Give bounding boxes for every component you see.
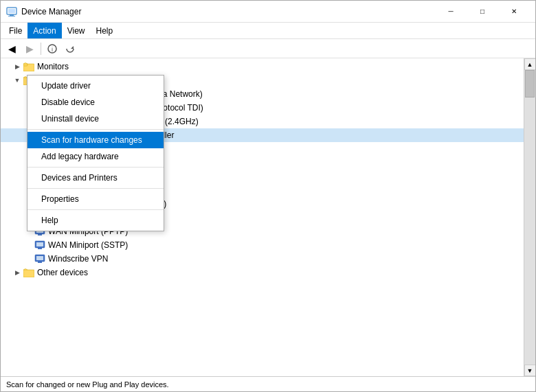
svg-rect-47 xyxy=(36,256,43,260)
scroll-thumb[interactable] xyxy=(525,70,535,97)
tree-item-other-devices[interactable]: ▶ Other devices xyxy=(1,266,524,279)
svg-marker-6 xyxy=(71,46,74,49)
svg-rect-3 xyxy=(8,16,15,16)
tree-label-windscribe-vpn: Windscribe VPN xyxy=(48,254,108,264)
svg-rect-45 xyxy=(38,248,42,249)
nic-icon-wan-sstp xyxy=(34,239,46,251)
svg-rect-42 xyxy=(38,234,42,235)
expander-monitors[interactable]: ▶ xyxy=(12,63,23,70)
main-area: ▶ Monitors ▼ xyxy=(1,58,535,376)
title-bar-icon xyxy=(6,6,17,17)
vertical-scrollbar[interactable]: ▲ ▼ xyxy=(524,58,535,376)
menu-item-uninstall-device[interactable]: Uninstall device xyxy=(27,111,164,127)
menu-action[interactable]: Action xyxy=(27,23,61,38)
tree-item-wan-sstp[interactable]: WAN Miniport (SSTP) xyxy=(1,238,524,252)
menu-item-help[interactable]: Help xyxy=(27,212,164,229)
minimize-button[interactable]: ─ xyxy=(435,1,467,23)
tree-label-other-devices: Other devices xyxy=(37,268,88,277)
toolbar-back-button[interactable]: ◀ xyxy=(3,41,20,57)
svg-text:i: i xyxy=(52,46,53,53)
tree-label-wan-sstp: WAN Miniport (SSTP) xyxy=(48,240,128,250)
svg-rect-2 xyxy=(10,14,14,16)
toolbar-update-button[interactable] xyxy=(62,41,78,57)
action-dropdown-menu: Update driver Disable device Uninstall d… xyxy=(27,75,164,231)
menu-item-devices-printers[interactable]: Devices and Printers xyxy=(27,170,164,186)
menu-item-scan-hardware[interactable]: Scan for hardware changes xyxy=(27,132,164,148)
toolbar-separator-1 xyxy=(41,43,41,55)
menu-separator-2 xyxy=(27,167,164,168)
folder-icon-other-devices xyxy=(23,266,35,279)
title-bar-buttons: ─ □ ✕ xyxy=(435,1,530,23)
toolbar-forward-button[interactable]: ▶ xyxy=(21,41,38,57)
tree-item-windscribe-vpn[interactable]: Windscribe VPN xyxy=(1,252,524,266)
toolbar-properties-button[interactable]: i xyxy=(44,41,60,57)
menu-item-properties[interactable]: Properties xyxy=(27,191,164,207)
menu-item-add-legacy[interactable]: Add legacy hardware xyxy=(27,148,164,165)
menu-file[interactable]: File xyxy=(3,23,27,38)
nic-icon-windscribe-vpn xyxy=(34,253,46,265)
device-manager-window: Device Manager ─ □ ✕ File Action View He… xyxy=(0,0,536,392)
svg-rect-8 xyxy=(23,64,27,66)
svg-rect-1 xyxy=(8,9,15,13)
svg-rect-44 xyxy=(36,242,43,246)
tree-item-monitors[interactable]: ▶ Monitors xyxy=(1,60,524,73)
svg-rect-48 xyxy=(38,262,42,263)
menu-separator-3 xyxy=(27,188,164,189)
toolbar: ◀ ▶ i xyxy=(1,39,535,58)
menu-separator-1 xyxy=(27,129,164,130)
scroll-up-button[interactable]: ▲ xyxy=(524,58,536,70)
scroll-track[interactable] xyxy=(524,70,535,365)
status-text: Scan for changed or new Plug and Play de… xyxy=(6,380,169,389)
svg-rect-49 xyxy=(23,270,34,277)
status-bar: Scan for changed or new Plug and Play de… xyxy=(1,376,535,391)
close-button[interactable]: ✕ xyxy=(498,1,530,23)
menu-item-disable-device[interactable]: Disable device xyxy=(27,94,164,111)
menu-bar: File Action View Help xyxy=(1,23,535,39)
expander-other-devices[interactable]: ▶ xyxy=(12,269,23,276)
menu-item-update-driver[interactable]: Update driver xyxy=(27,78,164,94)
scroll-down-button[interactable]: ▼ xyxy=(524,365,536,376)
folder-icon-monitors xyxy=(23,60,35,73)
title-bar: Device Manager ─ □ ✕ xyxy=(1,1,535,23)
title-bar-title: Device Manager xyxy=(21,7,435,16)
maximize-button[interactable]: □ xyxy=(467,1,498,23)
menu-help[interactable]: Help xyxy=(91,23,119,38)
menu-view[interactable]: View xyxy=(62,23,91,38)
tree-label-monitors: Monitors xyxy=(37,62,69,71)
expander-network-adapters[interactable]: ▼ xyxy=(12,77,23,84)
menu-separator-4 xyxy=(27,209,164,210)
